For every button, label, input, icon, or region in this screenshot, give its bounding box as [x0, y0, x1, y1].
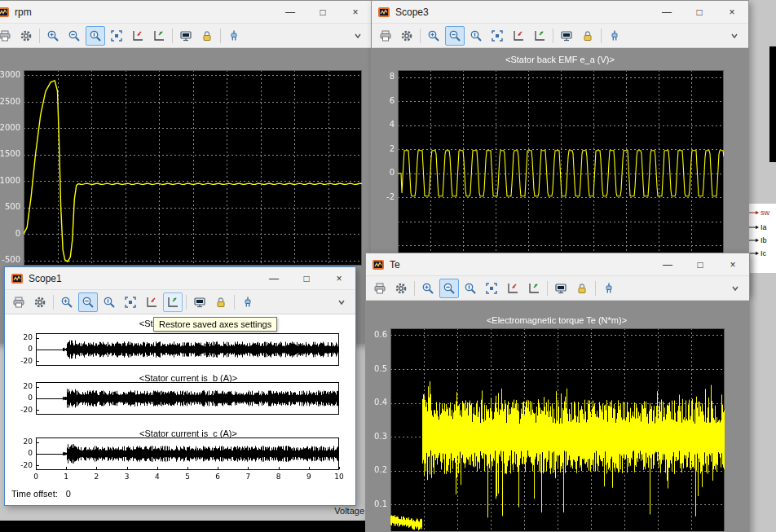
zoom-y-icon[interactable] [99, 292, 119, 312]
toolbar-overflow-icon[interactable] [348, 26, 368, 46]
save-axes-icon[interactable] [509, 26, 528, 46]
te-scope-window: Te — □ × <Electromagnetic torque Te (N*m… [365, 253, 750, 532]
zoom-y-icon[interactable] [466, 26, 486, 46]
toolbar-separator [172, 29, 173, 43]
scope-toolbar [366, 276, 749, 301]
restore-axes-icon[interactable] [524, 279, 544, 298]
save-axes-icon[interactable] [128, 26, 148, 46]
minimize-button[interactable]: — [651, 253, 684, 275]
toolbar-separator [595, 281, 596, 296]
lock-axes-icon[interactable] [572, 279, 592, 298]
toolbar-separator [220, 29, 221, 43]
scope-toolbar [5, 290, 355, 314]
save-axes-icon[interactable] [142, 292, 161, 312]
zoom-icon[interactable] [424, 26, 443, 46]
simulink-model-fragment: sw Ia Ib Ic [748, 204, 776, 273]
titlebar[interactable]: Scope3 — □ × [372, 1, 748, 24]
close-button[interactable]: × [323, 267, 355, 289]
toolbar-separator [601, 29, 602, 43]
titlebar[interactable]: Te — □ × [366, 253, 749, 276]
toolbar-separator [53, 295, 54, 310]
zoom-icon[interactable] [43, 26, 63, 46]
lock-axes-icon[interactable] [197, 26, 217, 46]
print-icon[interactable] [9, 292, 29, 312]
plot-title: <Stator back EMF e_a (V)> [397, 55, 723, 64]
autoscale-icon[interactable] [121, 292, 140, 312]
autoscale-icon[interactable] [107, 26, 126, 46]
minimize-button[interactable]: — [650, 1, 683, 23]
toolbar-separator [39, 29, 40, 43]
signal-arrow-icon [749, 237, 759, 244]
window-title: Scope3 [395, 7, 429, 18]
parameters-icon[interactable] [30, 292, 50, 312]
zoom-y-icon[interactable] [86, 26, 105, 46]
port-label: Ib [761, 236, 767, 244]
floating-scope-icon[interactable] [176, 26, 196, 46]
lock-axes-icon[interactable] [578, 26, 597, 46]
port-label: Ic [761, 249, 766, 257]
port-label: sw [761, 209, 769, 217]
signal-selection-icon[interactable] [238, 292, 258, 312]
minimize-button[interactable]: — [258, 267, 290, 289]
lock-axes-icon[interactable] [211, 292, 231, 312]
port-label: Ia [761, 223, 767, 231]
zoom-x-icon[interactable] [439, 279, 459, 298]
zoom-x-icon[interactable] [445, 26, 465, 46]
toolbar-separator [547, 281, 548, 296]
scope-toolbar [0, 24, 372, 48]
signal-selection-icon[interactable] [605, 26, 624, 46]
model-port-row: Ia [749, 223, 767, 231]
model-port-row: Ic [749, 249, 766, 257]
maximize-button[interactable]: □ [683, 1, 716, 23]
signal-selection-icon[interactable] [599, 279, 619, 298]
close-button[interactable]: × [716, 253, 749, 275]
close-button[interactable]: × [339, 1, 372, 23]
parameters-icon[interactable] [16, 26, 36, 46]
toolbar-overflow-icon[interactable] [725, 279, 745, 298]
toolbar-overflow-icon[interactable] [725, 26, 744, 46]
parameters-icon[interactable] [391, 279, 411, 298]
time-offset-label: Time offset: [11, 489, 58, 499]
model-port-row: sw [749, 209, 769, 217]
scope-window-icon [372, 258, 385, 271]
signal-selection-icon[interactable] [224, 26, 244, 46]
toolbar-separator [414, 281, 415, 296]
desktop: Voltage sw Ia Ib Ic rpm — □ × [0, 0, 776, 532]
maximize-button[interactable]: □ [684, 253, 716, 275]
scope1-plot-canvas[interactable] [5, 314, 354, 503]
te-plot-canvas[interactable] [366, 301, 747, 531]
minimize-button[interactable]: — [274, 1, 306, 23]
window-title: Te [390, 259, 400, 270]
zoom-icon[interactable] [57, 292, 77, 312]
zoom-x-icon[interactable] [78, 292, 98, 312]
signal-arrow-icon [749, 209, 759, 216]
print-icon[interactable] [376, 26, 395, 46]
scope-window-icon [377, 6, 390, 19]
titlebar[interactable]: rpm — □ × [0, 1, 372, 24]
zoom-icon[interactable] [418, 279, 438, 298]
floating-scope-icon[interactable] [557, 26, 576, 46]
parameters-icon[interactable] [397, 26, 417, 46]
window-title: Scope1 [29, 273, 62, 284]
print-icon[interactable] [0, 26, 15, 46]
autoscale-icon[interactable] [487, 26, 507, 46]
toolbar-separator [234, 295, 235, 310]
scope-window-icon [0, 6, 10, 19]
subplot-title-isb: <Stator current is_b (A)> [37, 373, 340, 383]
toolbar-overflow-icon[interactable] [332, 292, 351, 312]
floating-scope-icon[interactable] [551, 279, 571, 298]
background-window-strip-bottom [0, 521, 375, 532]
close-button[interactable]: × [716, 1, 748, 23]
autoscale-icon[interactable] [482, 279, 501, 298]
save-axes-icon[interactable] [503, 279, 522, 298]
titlebar[interactable]: Scope1 — □ × [5, 267, 355, 290]
maximize-button[interactable]: □ [290, 267, 323, 289]
restore-axes-icon[interactable] [530, 26, 549, 46]
print-icon[interactable] [370, 279, 390, 298]
maximize-button[interactable]: □ [306, 1, 339, 23]
zoom-y-icon[interactable] [461, 279, 480, 298]
floating-scope-icon[interactable] [190, 292, 209, 312]
restore-axes-icon[interactable] [149, 26, 169, 46]
restore-axes-icon[interactable] [163, 292, 183, 312]
zoom-x-icon[interactable] [64, 26, 84, 46]
